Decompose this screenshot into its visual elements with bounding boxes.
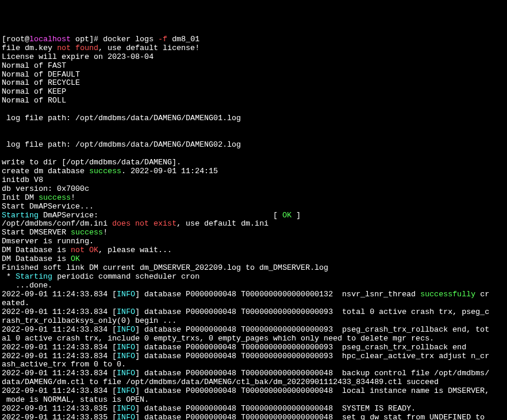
terminal-line: Normal of DEFAULT bbox=[2, 71, 505, 80]
terminal-text: successfully bbox=[420, 290, 476, 299]
terminal-text: INFO bbox=[117, 352, 135, 361]
terminal-line: 2022-09-01 11:24:33.834 [INFO] database … bbox=[2, 352, 505, 361]
terminal-text: initdb V8 bbox=[2, 176, 43, 184]
terminal-text: data/DAMENG/dm.ctl to file /opt/dmdbms/d… bbox=[2, 378, 439, 386]
terminal-text: Normal of RECYCLE bbox=[2, 78, 80, 87]
terminal-text: , use default license! bbox=[98, 44, 200, 52]
terminal-line: [root@localhost opt]# docker logs -f dm8… bbox=[2, 35, 505, 44]
terminal-text: log file path: /opt/dmdbms/data/DAMENG/D… bbox=[2, 114, 241, 123]
terminal-text: write to dir [/opt/dmdbms/data/DAMENG]. bbox=[2, 158, 181, 167]
terminal-line: Start DmAPService... bbox=[2, 203, 505, 211]
terminal-text: INFO bbox=[117, 386, 135, 395]
terminal-text: Starting bbox=[15, 272, 52, 281]
terminal-text: DmAPService: [ bbox=[38, 211, 282, 220]
terminal-text: success bbox=[38, 193, 71, 202]
terminal-text: Dmserver is running. bbox=[2, 237, 94, 246]
terminal-text: DM Database is bbox=[2, 254, 71, 263]
terminal-text: INFO bbox=[117, 343, 135, 352]
terminal-text: ] database P0000000048 T0000000000000000… bbox=[135, 352, 489, 361]
terminal-text: DM Database is bbox=[2, 246, 71, 254]
terminal-text: License will expire on 2023-08-04 bbox=[2, 52, 153, 61]
terminal-line: Normal of ROLL bbox=[2, 97, 505, 105]
terminal-text: eated. bbox=[2, 299, 29, 307]
terminal-line: mode is NORMAL, status is OPEN. bbox=[2, 396, 505, 405]
terminal-text: , use default dm.ini bbox=[176, 219, 268, 228]
terminal-line: log file path: /opt/dmdbms/data/DAMENG/D… bbox=[2, 141, 505, 150]
terminal-text: ] database P0000000048 T0000000000000000… bbox=[135, 369, 489, 378]
terminal-line: DM Database is OK bbox=[2, 255, 505, 264]
terminal-line bbox=[2, 105, 505, 114]
terminal-text: -f bbox=[158, 35, 167, 44]
terminal-text: 2022-09-01 11:24:33.834 [ bbox=[2, 386, 117, 395]
terminal-text: OK bbox=[282, 211, 292, 220]
terminal-text: , please wait... bbox=[98, 246, 172, 254]
terminal-line: ash_active_trx from 0 to 0. bbox=[2, 361, 505, 369]
terminal-text: ! bbox=[71, 193, 75, 202]
terminal-text: create dm database bbox=[2, 167, 89, 176]
terminal-text: file dm.key bbox=[2, 44, 57, 52]
terminal-text: ! bbox=[103, 228, 108, 237]
terminal-text: Normal of DEFAULT bbox=[2, 70, 80, 79]
terminal-text: success bbox=[71, 228, 103, 237]
terminal-text: al 0 active crash trx, include 0 empty_t… bbox=[2, 334, 434, 343]
terminal-text: 2022-09-01 11:24:33.835 [ bbox=[2, 404, 117, 413]
terminal-line: 2022-09-01 11:24:33.834 [INFO] database … bbox=[2, 387, 505, 396]
terminal-text: 2022-09-01 11:24:33.834 [ bbox=[2, 352, 117, 361]
terminal-text: ] database P0000000048 T0000000000000000… bbox=[135, 343, 466, 352]
terminal-text: periodic command scheduler cron bbox=[52, 272, 200, 281]
terminal-line: /opt/dmdbms/conf/dm.ini does not exist, … bbox=[2, 220, 505, 229]
terminal-text: 2022-09-01 11:24:33.834 [ bbox=[2, 307, 117, 316]
terminal-text: log file path: /opt/dmdbms/data/DAMENG/D… bbox=[2, 140, 241, 149]
terminal-text: OK bbox=[71, 254, 80, 263]
terminal-line: rash_trx_rollbacksys_only(0) begin ... bbox=[2, 317, 505, 326]
terminal-text: cr bbox=[476, 290, 489, 299]
terminal-line: * Starting periodic command scheduler cr… bbox=[2, 273, 505, 282]
terminal-text: [root@ bbox=[2, 35, 29, 44]
terminal-line: 2022-09-01 11:24:33.834 [INFO] database … bbox=[2, 369, 505, 378]
terminal-text: 2022-09-01 11:24:33.834 [ bbox=[2, 325, 117, 334]
terminal-line: eated. bbox=[2, 299, 505, 308]
terminal-text: ] bbox=[292, 211, 301, 220]
terminal-text: ] database P0000000048 T0000000000000000… bbox=[135, 413, 489, 420]
terminal-text: ] database P0000000048 T0000000000000000… bbox=[135, 290, 420, 299]
terminal-line: 2022-09-01 11:24:33.834 [INFO] database … bbox=[2, 290, 505, 299]
terminal-text: ] database P0000000048 T0000000000000000… bbox=[135, 386, 489, 395]
terminal-line: Finished soft link DM current dm_DMSERVE… bbox=[2, 264, 505, 273]
terminal-line: ...done. bbox=[2, 282, 505, 290]
terminal-text: does not exist bbox=[112, 219, 176, 228]
terminal-text: 2022-09-01 11:24:33.835 [ bbox=[2, 413, 117, 420]
terminal-line: Normal of FAST bbox=[2, 62, 505, 71]
terminal-line: create dm database success. 2022-09-01 1… bbox=[2, 167, 505, 176]
terminal-text: Init DM bbox=[2, 193, 38, 202]
terminal-line bbox=[2, 123, 505, 132]
terminal-line: write to dir [/opt/dmdbms/data/DAMENG]. bbox=[2, 158, 505, 167]
terminal-output[interactable]: [root@localhost opt]# docker logs -f dm8… bbox=[0, 35, 507, 420]
terminal-line: Init DM success! bbox=[2, 194, 505, 203]
terminal-line: Dmserver is running. bbox=[2, 237, 505, 246]
terminal-text: INFO bbox=[117, 290, 135, 299]
terminal-line: log file path: /opt/dmdbms/data/DAMENG/D… bbox=[2, 114, 505, 123]
terminal-line: 2022-09-01 11:24:33.834 [INFO] database … bbox=[2, 343, 505, 352]
terminal-text: Starting bbox=[2, 211, 38, 220]
terminal-text: 2022-09-01 11:24:33.834 [ bbox=[2, 290, 117, 299]
terminal-text: Finished soft link DM current dm_DMSERVE… bbox=[2, 263, 328, 272]
terminal-line: 2022-09-01 11:24:33.835 [INFO] database … bbox=[2, 414, 505, 420]
terminal-line: Start DMSERVER success! bbox=[2, 229, 505, 237]
terminal-line: 2022-09-01 11:24:33.834 [INFO] database … bbox=[2, 308, 505, 317]
terminal-text: dm8_01 bbox=[167, 35, 200, 44]
terminal-text: db version: 0x7000c bbox=[2, 184, 89, 193]
terminal-line: Normal of RECYCLE bbox=[2, 79, 505, 88]
terminal-text: success bbox=[89, 167, 121, 176]
terminal-text: ] database P0000000048 T0000000000000000… bbox=[135, 404, 416, 413]
terminal-text: INFO bbox=[117, 413, 135, 420]
terminal-line bbox=[2, 150, 505, 158]
terminal-text: INFO bbox=[117, 369, 135, 378]
terminal-text: 2022-09-01 11:24:33.834 [ bbox=[2, 369, 117, 378]
terminal-line: db version: 0x7000c bbox=[2, 185, 505, 194]
terminal-line: Starting DmAPService: [ OK ] bbox=[2, 211, 505, 220]
terminal-text: Normal of KEEP bbox=[2, 87, 66, 96]
terminal-line: data/DAMENG/dm.ctl to file /opt/dmdbms/d… bbox=[2, 378, 505, 387]
terminal-text: 2022-09-01 11:24:33.834 [ bbox=[2, 343, 117, 352]
terminal-text: opt]# docker logs bbox=[71, 35, 158, 44]
terminal-line bbox=[2, 132, 505, 141]
